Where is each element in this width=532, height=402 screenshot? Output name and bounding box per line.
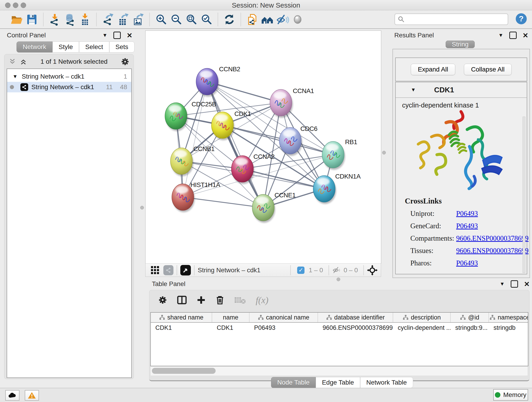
network-node-CDC6[interactable]: CDC6 (279, 125, 317, 156)
close-panel-icon[interactable]: ✕ (127, 32, 133, 39)
collapse-all-icon[interactable] (8, 58, 16, 65)
panel-menu-icon[interactable]: ▼ (500, 281, 505, 287)
status-bar: Memory (0, 388, 532, 402)
network-row-selected[interactable]: String Network – cdk1 11 48 (7, 82, 131, 92)
table-cell[interactable]: cyclin-dependent ... (393, 323, 451, 333)
network-edge[interactable] (183, 197, 263, 208)
close-panel-icon[interactable]: ✕ (524, 280, 530, 288)
export-image-button[interactable] (131, 12, 146, 27)
expand-all-icon[interactable] (19, 58, 27, 65)
network-node-RB1[interactable]: RB1 (322, 138, 357, 170)
help-button[interactable]: ? (515, 13, 527, 25)
column-header-description[interactable]: description (393, 313, 451, 322)
table-cell[interactable]: 9606.ENSP00000378699 (318, 323, 393, 333)
export-network-button[interactable] (100, 12, 115, 27)
import-network-file-button[interactable] (47, 12, 62, 27)
left-splitter-handle[interactable] (140, 206, 144, 210)
float-panel-icon[interactable] (509, 32, 517, 39)
control-panel-tabs: NetworkStyleSelectSets (17, 41, 136, 52)
network-node-CCNE1[interactable]: CCNE1 (252, 191, 296, 223)
search-input[interactable] (406, 16, 508, 23)
zoom-out-button[interactable] (169, 12, 184, 27)
network-canvas[interactable]: CCNB2CCNA1CDC25BCDK1CDC6RB1CCNB1CCNA2CDK… (145, 31, 381, 264)
crosslink-link[interactable]: P06493 (456, 210, 478, 218)
float-panel-icon[interactable] (511, 280, 518, 288)
crosslink-link[interactable]: 9606.ENSP00000378699 (456, 247, 529, 255)
show-all-button[interactable] (260, 12, 275, 27)
open-session-button[interactable] (9, 12, 24, 27)
network-edge[interactable] (183, 82, 207, 197)
network-node-CDKN1A[interactable]: CDKN1A (313, 173, 361, 204)
table-cell[interactable]: CDK1 (151, 323, 212, 333)
collapse-all-button[interactable]: Collapse All (464, 64, 512, 75)
hidden-eye-icon[interactable] (332, 266, 341, 274)
node-table[interactable]: shared namenamecanonical namedatabase id… (150, 312, 528, 366)
toggle-glass-eye-button[interactable] (290, 12, 305, 27)
close-panel-icon[interactable]: ✕ (523, 32, 528, 39)
cloud-status-button[interactable] (5, 390, 19, 401)
table-settings-gear-icon[interactable] (158, 295, 167, 305)
tab-node-table[interactable]: Node Table (271, 377, 316, 388)
column-header--id[interactable]: @id (451, 313, 489, 322)
table-cell[interactable]: stringdb:9... (451, 323, 489, 333)
right-splitter-handle[interactable] (382, 151, 386, 154)
save-session-button[interactable] (24, 12, 39, 27)
column-header-name[interactable]: name (212, 313, 249, 322)
import-table-button[interactable] (77, 12, 93, 27)
gear-icon[interactable] (121, 57, 129, 66)
add-column-icon[interactable] (196, 295, 206, 305)
collapse-triangle-icon[interactable]: ▼ (13, 74, 18, 80)
export-table-button[interactable] (115, 12, 131, 27)
table-cell[interactable]: stringdb (489, 323, 528, 333)
fit-selected-icon[interactable] (367, 265, 378, 275)
network-node-HIST1H1A[interactable]: HIST1H1A (172, 181, 220, 212)
panel-menu-icon[interactable]: ▼ (102, 32, 108, 38)
node-section-header[interactable]: ▼ CDK1 (396, 82, 527, 98)
tab-edge-table[interactable]: Edge Table (316, 377, 360, 388)
expand-all-button[interactable]: Expand All (411, 64, 455, 75)
selected-checkbox-icon[interactable]: ✓ (297, 267, 304, 274)
tab-string[interactable]: String (446, 41, 475, 48)
tab-style[interactable]: Style (52, 41, 79, 52)
tab-network[interactable]: Network (17, 41, 52, 52)
zoom-selected-button[interactable] (199, 12, 214, 27)
table-row[interactable]: CDK1CDK1P064939606.ENSP00000378699cyclin… (151, 323, 528, 333)
import-network-database-button[interactable] (62, 12, 77, 27)
column-header-shared-name[interactable]: shared name (151, 313, 212, 322)
results-scrollbar[interactable] (523, 117, 525, 273)
tab-network-table[interactable]: Network Table (360, 377, 413, 388)
network-node-CCNB1[interactable]: CCNB1 (171, 145, 215, 176)
crosslink-link[interactable]: P06493 (456, 222, 478, 230)
float-panel-icon[interactable] (114, 32, 121, 39)
warning-status-button[interactable] (25, 390, 39, 401)
panel-menu-icon[interactable]: ▼ (498, 32, 503, 38)
delete-column-icon[interactable] (215, 295, 225, 305)
column-header-canonical-name[interactable]: canonical name (249, 313, 318, 322)
network-collection-row[interactable]: ▼ String Network – cdk1 1 (7, 71, 131, 82)
crosslink-link[interactable]: 9606.ENSP00000378699 (456, 234, 529, 242)
string-style-icon[interactable] (163, 265, 173, 275)
scrollbar-thumb[interactable] (152, 368, 215, 374)
show-columns-icon[interactable] (177, 295, 187, 305)
table-horizontal-scrollbar[interactable] (150, 366, 528, 376)
refresh-button[interactable] (222, 12, 237, 27)
network-node-CDC25B[interactable]: CDC25B (165, 101, 216, 131)
birds-eye-view-icon[interactable] (180, 265, 191, 275)
crosslink-link[interactable]: P06493 (456, 259, 478, 267)
search-box[interactable] (394, 13, 508, 25)
table-cell[interactable]: P06493 (249, 323, 318, 333)
grid-view-icon[interactable] (151, 266, 160, 275)
network-node-CDK1[interactable]: CDK1 (211, 110, 251, 140)
tab-select[interactable]: Select (79, 41, 109, 52)
tab-sets[interactable]: Sets (109, 41, 134, 52)
column-header-namespace[interactable]: namespace (489, 313, 528, 322)
hide-selected-button[interactable] (275, 12, 290, 27)
memory-button[interactable]: Memory (493, 389, 528, 401)
table-cell[interactable]: CDK1 (212, 323, 249, 333)
network-graph[interactable]: CCNB2CCNA1CDC25BCDK1CDC6RB1CCNB1CCNA2CDK… (146, 31, 381, 263)
zoom-fit-button[interactable] (184, 12, 199, 27)
column-header-database-identifier[interactable]: database identifier (318, 313, 393, 322)
duplicate-network-button[interactable] (245, 12, 260, 27)
zoom-in-button[interactable] (153, 12, 169, 27)
section-collapse-icon[interactable]: ▼ (411, 87, 416, 93)
